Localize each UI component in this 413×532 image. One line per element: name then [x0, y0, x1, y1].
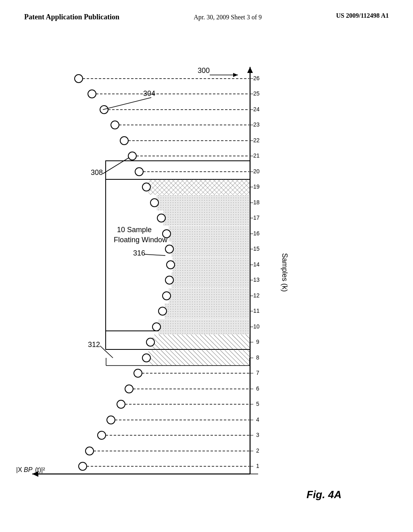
svg-point-42 [167, 261, 175, 269]
svg-rect-41 [173, 257, 250, 272]
svg-rect-47 [163, 210, 250, 226]
svg-point-20 [117, 400, 125, 408]
svg-text:23: 23 [253, 121, 260, 128]
svg-point-48 [157, 214, 165, 222]
svg-text:15: 15 [253, 245, 260, 252]
svg-point-18 [107, 416, 115, 424]
svg-point-14 [86, 447, 94, 455]
svg-text:300: 300 [198, 66, 210, 75]
svg-point-58 [120, 137, 128, 145]
svg-text:16: 16 [253, 230, 260, 237]
svg-text:312: 312 [88, 341, 100, 349]
svg-point-34 [152, 323, 161, 331]
svg-text:18: 18 [253, 199, 260, 206]
svg-text:17: 17 [253, 214, 260, 221]
svg-rect-43 [171, 241, 250, 257]
svg-point-12 [79, 462, 87, 470]
svg-text:26: 26 [253, 75, 260, 81]
svg-point-36 [159, 307, 167, 315]
svg-line-129 [103, 98, 151, 110]
svg-text:6: 6 [256, 385, 259, 392]
svg-rect-39 [171, 272, 250, 288]
svg-text:5: 5 [256, 401, 259, 407]
svg-text:308: 308 [91, 168, 103, 177]
svg-text:9: 9 [256, 339, 259, 345]
svg-point-60 [111, 121, 119, 129]
svg-rect-26 [148, 350, 250, 366]
page-header: Patent Application Publication Apr. 30, … [0, 0, 413, 27]
svg-rect-37 [169, 288, 250, 303]
svg-text:BP: BP [24, 466, 33, 473]
svg-text:316: 316 [133, 249, 145, 257]
svg-point-56 [128, 152, 136, 160]
svg-rect-49 [156, 195, 250, 210]
svg-text:|X: |X [16, 466, 22, 473]
svg-text:10 Sample: 10 Sample [117, 226, 152, 234]
svg-text:Samples (k): Samples (k) [281, 253, 289, 292]
svg-rect-31 [152, 335, 250, 350]
svg-text:Floating Window: Floating Window [114, 236, 168, 244]
svg-point-54 [135, 168, 143, 176]
svg-text:21: 21 [253, 152, 260, 159]
svg-text:(t)|²: (t)|² [35, 466, 45, 473]
svg-rect-51 [148, 179, 250, 195]
svg-point-50 [150, 199, 159, 207]
svg-line-135 [100, 346, 113, 358]
svg-point-32 [146, 338, 154, 346]
svg-point-27 [142, 354, 150, 362]
diagram-area: 10 Sample Floating Window [0, 35, 413, 518]
svg-line-131 [103, 158, 129, 174]
svg-marker-127 [233, 73, 238, 77]
svg-text:14: 14 [253, 261, 260, 268]
svg-point-52 [142, 183, 150, 191]
svg-rect-33 [159, 319, 250, 335]
svg-text:3: 3 [256, 432, 259, 438]
publication-info: Apr. 30, 2009 Sheet 3 of 9 [194, 12, 262, 23]
svg-point-40 [165, 276, 173, 284]
svg-text:25: 25 [253, 90, 260, 97]
svg-rect-35 [165, 303, 250, 319]
svg-text:24: 24 [253, 106, 260, 112]
svg-text:12: 12 [253, 292, 260, 299]
svg-point-66 [75, 75, 83, 83]
svg-text:Fig. 4A: Fig. 4A [307, 488, 342, 501]
patent-number: US 2009/112498 A1 [336, 12, 389, 19]
svg-rect-45 [169, 226, 250, 241]
svg-point-44 [165, 245, 173, 253]
svg-text:20: 20 [253, 168, 260, 175]
svg-text:2: 2 [256, 447, 259, 454]
svg-text:19: 19 [253, 183, 260, 190]
svg-text:11: 11 [253, 308, 260, 314]
svg-text:4: 4 [256, 416, 259, 423]
svg-point-38 [163, 292, 171, 300]
svg-point-16 [98, 431, 106, 439]
svg-point-46 [163, 230, 171, 238]
svg-text:10: 10 [253, 323, 260, 330]
svg-text:22: 22 [253, 137, 260, 143]
publication-title: Patent Application Publication [24, 12, 119, 22]
svg-text:1: 1 [256, 463, 259, 469]
svg-line-133 [144, 254, 165, 256]
svg-text:7: 7 [256, 370, 259, 376]
svg-marker-8 [247, 67, 253, 73]
svg-text:304: 304 [143, 89, 155, 98]
svg-point-64 [88, 90, 96, 98]
svg-text:13: 13 [253, 276, 260, 283]
svg-point-22 [125, 385, 133, 393]
svg-text:8: 8 [256, 354, 259, 361]
svg-point-24 [134, 369, 142, 377]
